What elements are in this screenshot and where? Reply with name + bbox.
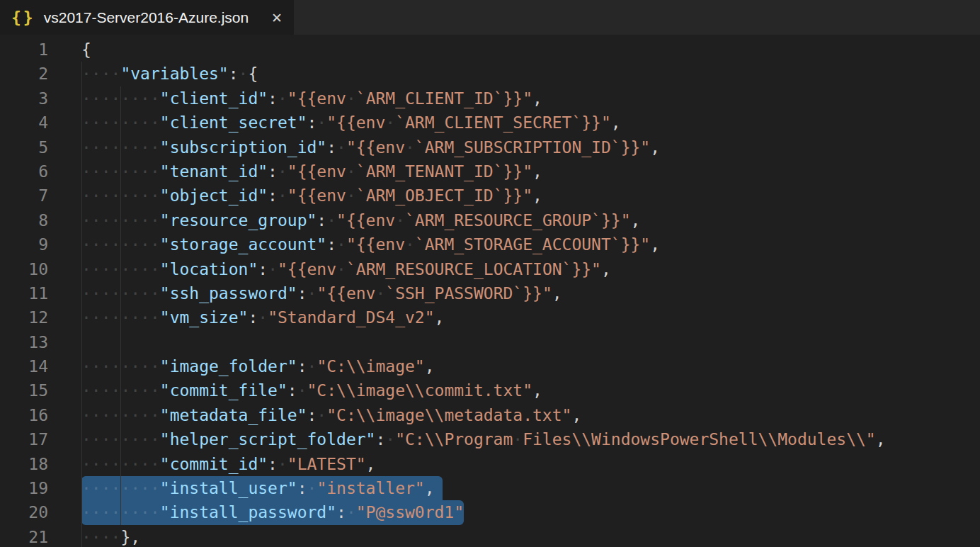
json-key: "install_password" [160, 503, 336, 521]
indent-guide [120, 281, 121, 305]
tab-strip-empty-area [294, 0, 980, 35]
line-number[interactable]: 7 [0, 184, 48, 208]
indent-guide [120, 135, 121, 159]
json-string-value: `ARM_CLIENT_ID`}}" [356, 89, 532, 108]
code-line[interactable]: 14········"image_folder":·"C:\\image", [0, 354, 980, 378]
code-line[interactable]: 1{ [0, 38, 980, 62]
code-line[interactable]: 17········"helper_script_folder":·"C:\\P… [0, 427, 980, 451]
code-text: ········"metadata_file":·"C:\\image\\met… [81, 403, 581, 427]
json-punctuation: , [876, 430, 886, 449]
whitespace-dots: · [346, 162, 356, 181]
whitespace-dots: ···· [81, 528, 120, 546]
json-punctuation: , [435, 308, 445, 327]
line-number[interactable]: 9 [0, 232, 48, 256]
code-line[interactable]: 7········"object_id":·"{{env·`ARM_OBJECT… [0, 184, 980, 208]
code-editor[interactable]: 1{2····"variables":·{3········"client_id… [0, 35, 980, 547]
line-number[interactable]: 13 [0, 330, 48, 354]
json-punctuation: , [601, 260, 611, 278]
code-line[interactable]: 21····}, [0, 525, 980, 547]
indent-guide [120, 354, 121, 378]
json-punctuation: : [268, 186, 278, 205]
indent-guide [120, 476, 121, 500]
code-line[interactable]: 3········"client_id":·"{{env·`ARM_CLIENT… [0, 86, 980, 111]
code-text: { [81, 38, 91, 62]
json-key: "install_user" [160, 479, 297, 497]
whitespace-dots: · [258, 308, 268, 327]
line-number[interactable]: 18 [0, 452, 48, 476]
line-number[interactable]: 2 [0, 62, 48, 86]
whitespace-dots: · [307, 284, 317, 303]
line-number[interactable]: 15 [0, 378, 48, 402]
code-line[interactable]: 16········"metadata_file":·"C:\\image\\m… [0, 403, 980, 427]
line-number[interactable]: 14 [0, 354, 48, 378]
line-number[interactable]: 6 [0, 159, 48, 184]
json-string-value: `ARM_CLIENT_SECRET`}}" [395, 113, 611, 132]
code-line[interactable]: 12········"vm_size":·"Standard_DS4_v2", [0, 305, 980, 329]
whitespace-dots: · [405, 235, 415, 254]
json-key: "image_folder" [160, 357, 297, 376]
close-icon[interactable]: ✕ [271, 10, 283, 26]
whitespace-dots: · [336, 138, 346, 157]
code-line[interactable]: 11········"ssh_password":·"{{env·`SSH_PA… [0, 281, 980, 305]
json-punctuation: : [268, 89, 278, 108]
json-punctuation: , [366, 455, 376, 473]
line-number[interactable]: 8 [0, 208, 48, 232]
code-line[interactable]: 9········"storage_account":·"{{env·`ARM_… [0, 232, 980, 256]
code-text: ········"vm_size":·"Standard_DS4_v2", [81, 305, 444, 329]
whitespace-dots: · [307, 357, 317, 376]
json-string-value: "C:\\image\\commit.txt" [307, 381, 533, 400]
code-line[interactable]: 13 [0, 330, 980, 354]
line-number[interactable]: 21 [0, 525, 48, 547]
json-key: "commit_id" [160, 455, 268, 473]
json-punctuation: , [650, 138, 660, 157]
code-line[interactable]: 15········"commit_file":·"C:\\image\\com… [0, 378, 980, 402]
whitespace-dots: ···· [81, 64, 120, 83]
line-number[interactable]: 3 [0, 86, 48, 111]
indent-guide [120, 111, 121, 135]
line-number[interactable]: 20 [0, 500, 48, 524]
code-text: ········"storage_account":·"{{env·`ARM_S… [81, 232, 660, 256]
indent-guide [81, 62, 82, 86]
indent-guide [81, 476, 82, 500]
json-string-value: "{{env [287, 162, 346, 181]
json-key: "subscription_id" [160, 138, 326, 157]
json-punctuation: , [631, 211, 641, 230]
line-number[interactable]: 19 [0, 476, 48, 500]
json-string-value: "C:\\image\\metadata.txt" [326, 406, 571, 424]
json-key: "resource_group" [160, 211, 317, 230]
whitespace-dots: · [375, 284, 385, 303]
indent-guide [120, 452, 121, 476]
json-key: "helper_script_folder" [160, 430, 376, 449]
tab-vs2017-server2016-azure-json[interactable]: {} vs2017-Server2016-Azure.json ✕ [0, 0, 294, 35]
line-number[interactable]: 4 [0, 111, 48, 135]
json-punctuation: : [307, 113, 317, 132]
code-line[interactable]: 2····"variables":·{ [0, 62, 980, 86]
indent-guide [120, 500, 121, 524]
code-line[interactable]: 19········"install_user":·"installer", [0, 476, 980, 500]
line-number[interactable]: 17 [0, 427, 48, 451]
line-number[interactable]: 16 [0, 403, 48, 427]
line-number[interactable]: 11 [0, 281, 48, 305]
code-line[interactable]: 18········"commit_id":·"LATEST", [0, 452, 980, 476]
json-punctuation: : [297, 357, 307, 376]
whitespace-dots: · [346, 89, 356, 108]
json-string-value: `ARM_SUBSCRIPTION_ID`}}" [415, 138, 650, 157]
indent-guide [120, 232, 121, 256]
code-line[interactable]: 5········"subscription_id":·"{{env·`ARM_… [0, 135, 980, 159]
json-punctuation: : [375, 430, 385, 449]
code-line[interactable]: 10········"location":·"{{env·`ARM_RESOUR… [0, 257, 980, 281]
code-line[interactable]: 8········"resource_group":·"{{env·`ARM_R… [0, 208, 980, 232]
line-number[interactable]: 10 [0, 257, 48, 281]
code-line[interactable]: 20········"install_password":·"P@ssw0rd1… [0, 500, 980, 524]
json-punctuation: , [532, 186, 542, 205]
line-number[interactable]: 12 [0, 305, 48, 329]
json-punctuation: { [81, 40, 91, 59]
indent-guide [81, 86, 82, 111]
code-line[interactable]: 4········"client_secret":·"{{env·`ARM_CL… [0, 111, 980, 135]
line-number[interactable]: 1 [0, 38, 48, 62]
code-line[interactable]: 6········"tenant_id":·"{{env·`ARM_TENANT… [0, 159, 980, 184]
indent-guide [120, 330, 121, 354]
json-punctuation: , [425, 479, 435, 497]
json-punctuation: : [326, 235, 336, 254]
line-number[interactable]: 5 [0, 135, 48, 159]
